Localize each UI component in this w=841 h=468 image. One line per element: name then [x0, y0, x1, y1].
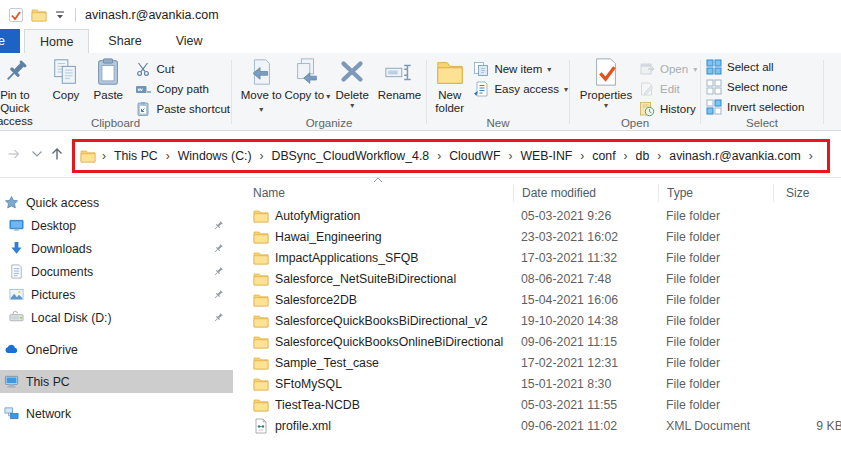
file-row[interactable]: profile.xml 09-06-2021 11:02 XML Documen…: [240, 415, 841, 436]
group-label-clipboard: Clipboard: [0, 117, 231, 129]
column-header-size[interactable]: Size: [773, 184, 841, 202]
delete-button[interactable]: Delete: [331, 56, 374, 112]
pin-icon: [0, 57, 30, 87]
forward-arrow-icon: [6, 146, 22, 162]
file-row[interactable]: Sample_Test_case 17-02-2021 12:31 File f…: [240, 352, 841, 373]
easy-access-button[interactable]: Easy access: [473, 81, 568, 97]
move-to-button[interactable]: Move to: [238, 56, 284, 115]
paste-shortcut-button[interactable]: Paste shortcut: [135, 101, 230, 117]
tab-view[interactable]: View: [161, 29, 218, 53]
rename-button[interactable]: Rename: [374, 56, 425, 102]
breadcrumb-chevron-icon[interactable]: [96, 149, 112, 163]
customize-quick-access-toolbar-icon[interactable]: [54, 9, 66, 21]
group-label-open: Open: [570, 117, 700, 129]
paste-button[interactable]: Paste: [87, 56, 129, 102]
group-label-new: New: [427, 117, 569, 129]
sidebar-item-documents[interactable]: Documents: [0, 260, 233, 283]
breadcrumb-chevron-icon[interactable]: [502, 149, 518, 163]
address-bar[interactable]: This PC Windows (C:) DBSync_CloudWorkflo…: [75, 142, 827, 170]
quick-access-properties-icon[interactable]: [8, 7, 24, 23]
move-to-icon: [246, 57, 276, 87]
sidebar-item-quick-access[interactable]: Quick access: [0, 191, 233, 214]
breadcrumb-this-pc[interactable]: This PC: [112, 149, 160, 163]
breadcrumb-db[interactable]: db: [634, 149, 652, 163]
breadcrumb-cloudwf[interactable]: CloudWF: [447, 149, 502, 163]
breadcrumb-chevron-icon[interactable]: [574, 149, 590, 163]
tab-share[interactable]: Share: [93, 29, 156, 53]
file-row[interactable]: SalesforceQuickBooksBiDirectional_v2 19-…: [240, 310, 841, 331]
column-header-date-modified[interactable]: Date modified: [513, 184, 658, 202]
group-label-organize: Organize: [232, 117, 426, 129]
invert-selection-icon: [706, 99, 722, 115]
dropdown-caret-icon: [331, 104, 374, 112]
breadcrumb-windows-c[interactable]: Windows (C:): [176, 149, 254, 163]
window-title: avinash.r@avankia.com: [85, 8, 219, 22]
breadcrumb-web-inf[interactable]: WEB-INF: [518, 149, 574, 163]
ribbon: Pin to Quick access Copy Paste Cut Copy …: [0, 53, 841, 131]
tab-file[interactable]: File: [0, 29, 20, 53]
up-arrow-icon[interactable]: [49, 146, 65, 162]
pin-icon: [212, 289, 224, 301]
sidebar-item-local-disk-d[interactable]: Local Disk (D:): [0, 306, 233, 329]
sidebar-item-network[interactable]: Network: [0, 402, 233, 425]
breadcrumb-chevron-icon[interactable]: [618, 149, 634, 163]
breadcrumb-chevron-icon[interactable]: [254, 149, 270, 163]
copy-path-button[interactable]: Copy path: [135, 81, 230, 97]
sidebar-item-desktop[interactable]: Desktop: [0, 214, 233, 237]
history-button[interactable]: History: [639, 101, 697, 117]
select-none-button[interactable]: Select none: [706, 79, 804, 95]
copy-button[interactable]: Copy: [45, 56, 87, 102]
ribbon-group-separator: [823, 60, 824, 124]
cut-button[interactable]: Cut: [135, 61, 230, 77]
folder-icon: [253, 208, 269, 224]
file-row[interactable]: TiestTea-NCDB 05-03-2021 11:55 File fold…: [240, 394, 841, 415]
folder-icon: [253, 271, 269, 287]
edit-icon: [639, 81, 655, 97]
title-bar: avinash.r@avankia.com: [0, 0, 841, 29]
annotation-highlight-box: This PC Windows (C:) DBSync_CloudWorkflo…: [72, 139, 830, 173]
paste-shortcut-icon: [135, 101, 151, 117]
new-folder-button[interactable]: New folder: [432, 56, 467, 115]
folder-icon: [253, 334, 269, 350]
folder-icon: [253, 313, 269, 329]
copy-path-icon: [135, 81, 151, 97]
column-header-type[interactable]: Type: [658, 184, 773, 202]
sidebar-item-pictures[interactable]: Pictures: [0, 283, 233, 306]
new-item-icon: [473, 61, 489, 77]
file-list: Name Date modified Type Size AutofyMigra…: [240, 178, 841, 468]
breadcrumb-chevron-icon[interactable]: [431, 149, 447, 163]
breadcrumb-conf[interactable]: conf: [590, 149, 617, 163]
breadcrumb-chevron-icon[interactable]: [160, 149, 176, 163]
breadcrumb-dbsync-cloudworkflow[interactable]: DBSync_CloudWorkflow_4.8: [270, 149, 432, 163]
invert-selection-button[interactable]: Invert selection: [706, 99, 804, 115]
file-row[interactable]: AutofyMigration 05-03-2021 9:26 File fol…: [240, 205, 841, 226]
copy-to-button[interactable]: Copy to: [284, 56, 330, 102]
ribbon-group-clipboard: Pin to Quick access Copy Paste Cut Copy …: [0, 53, 231, 130]
ribbon-group-new: New folder New item Easy access New: [427, 53, 569, 130]
star-icon: [4, 195, 19, 210]
easy-access-icon: [473, 81, 489, 97]
file-row[interactable]: Hawai_Engineering 23-03-2021 16:02 File …: [240, 226, 841, 247]
file-row[interactable]: SFtoMySQL 15-01-2021 8:30 File folder: [240, 373, 841, 394]
recent-locations-chevron-icon[interactable]: [31, 150, 43, 158]
new-folder-icon: [435, 57, 465, 87]
file-row[interactable]: SalesforceQuickBooksOnlineBiDirectional …: [240, 331, 841, 352]
sidebar-item-this-pc[interactable]: This PC: [0, 370, 233, 393]
folder-icon: [253, 292, 269, 308]
file-row[interactable]: ImpactApplications_SFQB 17-03-2021 11:32…: [240, 247, 841, 268]
quick-access-folder-icon[interactable]: [31, 7, 47, 23]
sidebar-item-onedrive[interactable]: OneDrive: [0, 338, 233, 361]
paste-icon: [93, 57, 123, 87]
file-row[interactable]: Salesforce_NetSuiteBiDirectional 08-06-2…: [240, 268, 841, 289]
new-item-button[interactable]: New item: [473, 61, 568, 77]
column-header-name[interactable]: Name: [240, 184, 513, 202]
main-content: Quick access Desktop Downloads Documents…: [0, 178, 841, 468]
tab-home[interactable]: Home: [24, 29, 89, 53]
breadcrumb-chevron-icon[interactable]: [651, 149, 667, 163]
breadcrumb-avinash-user-folder[interactable]: avinash.r@avankia.com: [667, 149, 802, 163]
sidebar-item-downloads[interactable]: Downloads: [0, 237, 233, 260]
file-row[interactable]: Salesforce2DB 15-04-2021 16:06 File fold…: [240, 289, 841, 310]
properties-button[interactable]: Properties: [575, 56, 637, 112]
select-all-button[interactable]: Select all: [706, 59, 804, 75]
breadcrumb-chevron-icon[interactable]: [803, 149, 819, 163]
